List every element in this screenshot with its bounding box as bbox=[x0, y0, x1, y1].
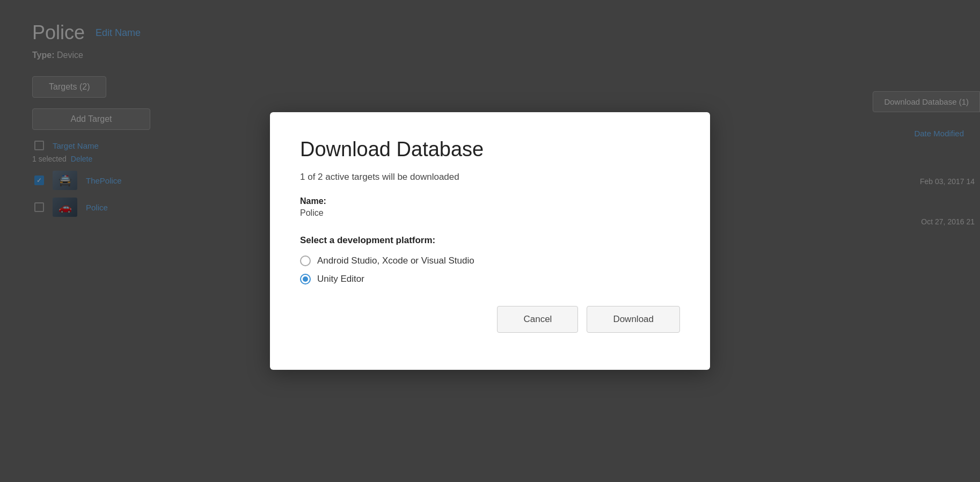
download-button[interactable]: Download bbox=[587, 306, 680, 333]
platform-option-unity[interactable]: Unity Editor bbox=[300, 274, 680, 284]
modal-name-value: Police bbox=[300, 208, 680, 218]
platform-option-android[interactable]: Android Studio, Xcode or Visual Studio bbox=[300, 255, 680, 266]
modal-footer: Cancel Download bbox=[300, 306, 680, 333]
modal-subtitle: 1 of 2 active targets will be downloaded bbox=[300, 172, 680, 182]
radio-android[interactable] bbox=[300, 255, 311, 266]
radio-unity[interactable] bbox=[300, 274, 311, 284]
platform-android-label: Android Studio, Xcode or Visual Studio bbox=[317, 255, 474, 266]
platform-radio-group: Android Studio, Xcode or Visual Studio U… bbox=[300, 255, 680, 284]
cancel-button[interactable]: Cancel bbox=[497, 306, 578, 333]
download-database-modal: Download Database 1 of 2 active targets … bbox=[270, 112, 710, 370]
modal-name-label: Name: bbox=[300, 196, 680, 206]
platform-unity-label: Unity Editor bbox=[317, 274, 364, 284]
modal-title: Download Database bbox=[300, 138, 680, 161]
modal-platform-label: Select a development platform: bbox=[300, 235, 680, 246]
modal-overlay: Download Database 1 of 2 active targets … bbox=[0, 0, 980, 482]
